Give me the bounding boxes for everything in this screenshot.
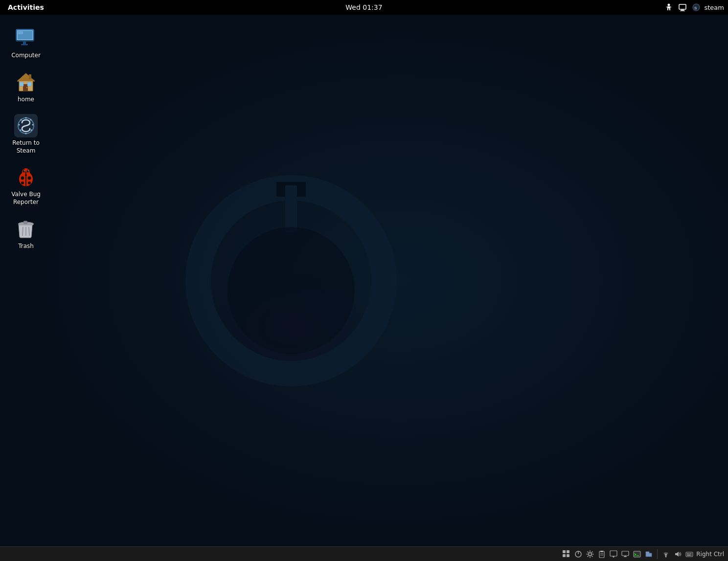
svg-rect-82 — [688, 555, 691, 556]
clock: Wed 01:37 — [345, 3, 382, 11]
svg-text:S: S — [694, 6, 697, 10]
clipboard-icon[interactable] — [597, 549, 607, 559]
svg-rect-72 — [634, 551, 640, 557]
svg-rect-81 — [687, 555, 688, 556]
svg-rect-55 — [563, 550, 566, 553]
svg-point-40 — [28, 171, 29, 172]
trash-icon-image — [14, 217, 38, 241]
desktop-icons: Computer home — [0, 20, 52, 260]
svg-rect-79 — [690, 553, 691, 554]
svg-point-48 — [21, 166, 22, 167]
accessibility-icon[interactable] — [663, 2, 674, 13]
svg-point-39 — [24, 171, 25, 172]
svg-point-4 — [667, 4, 670, 6]
home-label: home — [18, 96, 34, 104]
svg-point-27 — [30, 119, 32, 121]
return-to-steam-label: Return toSteam — [12, 139, 40, 155]
valve-bug-reporter-icon[interactable]: Valve BugReporter — [4, 162, 48, 209]
svg-rect-6 — [681, 10, 684, 11]
svg-point-42 — [28, 177, 31, 180]
computer-icon-image — [14, 26, 38, 50]
svg-rect-23 — [29, 74, 31, 79]
svg-point-41 — [21, 177, 24, 180]
svg-point-33 — [25, 133, 27, 135]
display-icon[interactable] — [620, 549, 630, 559]
svg-rect-83 — [691, 555, 692, 556]
svg-point-26 — [25, 117, 27, 119]
power-icon[interactable] — [573, 549, 583, 559]
svg-point-44 — [28, 181, 31, 184]
volume-icon[interactable] — [673, 549, 682, 559]
trash-icon[interactable]: Trash — [4, 214, 48, 253]
svg-marker-19 — [17, 73, 35, 81]
home-icon[interactable]: home — [4, 67, 48, 107]
home-icon-image — [14, 70, 38, 94]
svg-point-37 — [23, 170, 25, 173]
svg-rect-51 — [23, 221, 27, 224]
network-status-icon[interactable] — [661, 549, 671, 559]
svg-point-32 — [20, 130, 22, 131]
desktop-background — [0, 0, 728, 561]
svg-rect-76 — [686, 552, 693, 557]
terminal-icon[interactable] — [632, 549, 642, 559]
svg-rect-21 — [27, 82, 31, 86]
svg-marker-75 — [675, 552, 679, 557]
svg-point-3 — [228, 227, 355, 354]
svg-line-54 — [29, 227, 29, 236]
svg-point-30 — [21, 119, 22, 121]
svg-point-61 — [589, 553, 592, 556]
settings-icon[interactable] — [585, 549, 595, 559]
steam-topbar-label[interactable]: steam — [705, 4, 725, 11]
bottombar-separator — [657, 549, 658, 559]
steam-topbar-icon[interactable]: S — [691, 2, 702, 13]
topbar-right: S steam — [663, 2, 725, 13]
return-to-steam-icon[interactable]: Return toSteam — [4, 111, 48, 157]
steam-icon-image — [14, 114, 38, 137]
right-ctrl-label: Right Ctrl — [696, 551, 724, 558]
activities-button[interactable]: Activities — [4, 3, 48, 11]
topbar: Activities Wed 01:37 S steam — [0, 0, 728, 15]
svg-point-28 — [32, 124, 34, 126]
svg-rect-20 — [20, 82, 23, 86]
svg-rect-7 — [680, 11, 685, 11]
computer-label: Computer — [11, 52, 41, 60]
svg-point-29 — [31, 130, 32, 131]
svg-point-45 — [25, 174, 27, 176]
svg-point-74 — [665, 556, 667, 557]
svg-rect-63 — [600, 551, 603, 552]
svg-rect-58 — [567, 554, 569, 557]
svg-rect-2 — [285, 185, 297, 232]
svg-line-52 — [23, 227, 23, 236]
svg-point-22 — [26, 87, 27, 88]
svg-point-43 — [21, 181, 24, 184]
svg-point-49 — [30, 166, 32, 167]
svg-rect-80 — [691, 553, 692, 554]
topbar-left: Activities — [4, 3, 48, 11]
files-icon[interactable] — [644, 549, 654, 559]
svg-rect-5 — [679, 4, 686, 9]
svg-rect-77 — [687, 553, 688, 554]
svg-point-31 — [19, 124, 20, 126]
svg-rect-69 — [622, 551, 629, 556]
desktop-logo — [169, 158, 413, 403]
bottombar: Right Ctrl — [0, 546, 728, 561]
network-icon[interactable] — [677, 2, 688, 13]
svg-rect-15 — [16, 40, 34, 42]
svg-rect-78 — [688, 553, 689, 554]
svg-rect-56 — [567, 550, 569, 553]
svg-rect-66 — [610, 551, 617, 556]
trash-label: Trash — [18, 243, 34, 250]
svg-rect-14 — [21, 44, 28, 45]
keyboard-icon[interactable] — [684, 549, 694, 559]
apps-icon[interactable] — [562, 549, 571, 559]
svg-rect-16 — [18, 31, 23, 34]
svg-rect-57 — [563, 554, 566, 557]
bug-icon-image — [14, 165, 38, 189]
desktop-icon-btn[interactable] — [609, 549, 618, 559]
valve-bug-reporter-label: Valve BugReporter — [11, 191, 41, 206]
computer-icon[interactable]: Computer — [4, 23, 48, 63]
svg-point-38 — [27, 170, 29, 173]
